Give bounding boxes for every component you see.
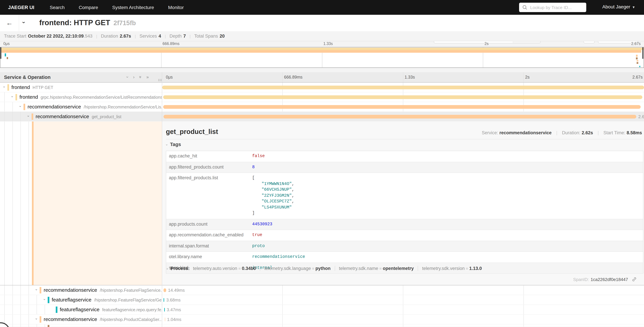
span-row[interactable]: › frontendHTTP GET xyxy=(0,82,644,92)
timeline-gridline xyxy=(524,72,524,82)
duration-value: 2.67s xyxy=(120,34,131,38)
collapse-one-chevron-down-icon[interactable]: › xyxy=(127,74,128,80)
link-icon[interactable] xyxy=(632,277,636,282)
chevron-down-icon[interactable]: › xyxy=(34,317,39,321)
span-timeline[interactable] xyxy=(162,82,644,92)
span-bar[interactable] xyxy=(164,308,165,312)
tag-row[interactable]: internal.span.format proto xyxy=(166,241,643,252)
indent-guide xyxy=(20,122,21,285)
span-row[interactable]: › recommendationservice/hipstershop.Feat… xyxy=(0,285,644,295)
minimap-span-end-5 xyxy=(639,66,640,67)
operation-name: /hipstershop.FeatureFlagService... xyxy=(100,288,162,293)
services-value: 4 xyxy=(159,34,161,38)
tags-section-toggle[interactable]: ›Tags xyxy=(166,142,181,147)
nav-item-compare[interactable]: Compare xyxy=(79,5,98,10)
service-name: featureflagservicefeatureflagservice.rep… xyxy=(60,306,162,312)
tag-value: proto xyxy=(252,241,643,252)
timeline-header: Service & Operation › › » » ▮▮ 0μs 666.8… xyxy=(0,72,644,82)
chevron-down-icon[interactable]: › xyxy=(10,95,15,99)
nav-item-system-architecture[interactable]: System Architecture xyxy=(112,5,154,10)
tag-row[interactable]: app.filtered_products.count 8 xyxy=(166,162,643,173)
span-id-value: 1ca2262df0e18447 xyxy=(590,277,628,282)
trace-minimap[interactable] xyxy=(0,47,644,68)
span-bar[interactable] xyxy=(163,95,642,99)
expand-one-chevron-right-icon[interactable]: › xyxy=(133,74,135,80)
indent-guide xyxy=(28,285,29,295)
indent-guide xyxy=(36,305,37,314)
timeline-tick: 2s xyxy=(525,75,530,80)
span-timeline[interactable]: 2.62s xyxy=(162,112,644,121)
trace-start-ms: .543 xyxy=(84,34,92,38)
span-timeline[interactable]: 1.04ms xyxy=(162,314,644,324)
nav-item-monitor[interactable]: Monitor xyxy=(168,5,184,10)
nav-item-search[interactable]: Search xyxy=(50,5,65,10)
span-name-column[interactable]: › frontendHTTP GET xyxy=(0,82,162,92)
chevron-down-icon[interactable]: › xyxy=(18,104,23,108)
indent-guide xyxy=(4,285,5,295)
column-resize-handle[interactable]: ▮▮ xyxy=(158,78,162,82)
span-name-column[interactable]: › featureflagservice/hipstershop.Feature… xyxy=(0,295,162,304)
span-timeline[interactable] xyxy=(162,92,644,102)
span-bar[interactable] xyxy=(163,115,636,118)
chevron-down-icon[interactable]: › xyxy=(26,114,31,118)
span-bar[interactable] xyxy=(165,318,165,321)
column-divider[interactable] xyxy=(162,72,162,327)
expand-all-double-chevron-right-icon[interactable]: » xyxy=(146,74,149,80)
tag-key: otel.library.name xyxy=(166,252,252,262)
span-duration-label: 1.04ms xyxy=(167,317,181,322)
operation-name: grpc.hipstershop.RecommendationService/L… xyxy=(41,95,162,100)
detail-divider xyxy=(166,139,641,139)
process-row[interactable]: ›Process:telemetry.auto.version = 0.34b0… xyxy=(166,266,486,271)
timeline-tick: 2.67s xyxy=(632,75,643,80)
indent-guide xyxy=(12,314,13,324)
collapse-trace-chevron-down-icon[interactable]: › xyxy=(23,19,25,26)
service-color-bar xyxy=(24,104,25,110)
chevron-down-icon[interactable]: › xyxy=(34,288,39,292)
tag-row[interactable]: app.products.count 44530923 xyxy=(166,219,643,230)
span-name-column[interactable]: › frontendgrpc.hipstershop.Recommendatio… xyxy=(0,92,162,102)
span-name-column[interactable]: › recommendationservice/hipstershop.Reco… xyxy=(0,102,162,112)
tag-value: recommendationservice xyxy=(252,252,643,262)
about-jaeger-menu[interactable]: About Jaeger▼ xyxy=(602,4,635,10)
span-bar[interactable] xyxy=(163,105,641,109)
back-button[interactable]: ← xyxy=(0,15,19,31)
span-bar[interactable] xyxy=(162,86,644,89)
span-name-column[interactable]: › recommendationservice/hipstershop.Feat… xyxy=(0,285,162,295)
span-name-column[interactable]: › recommendationservice/hipstershop.Prod… xyxy=(0,314,162,324)
span-row[interactable]: › recommendationserviceget_product_list … xyxy=(0,112,644,122)
span-timeline[interactable]: 14.49ms xyxy=(162,285,644,295)
span-bar[interactable] xyxy=(163,288,166,292)
span-row[interactable]: › recommendationservice/hipstershop.Reco… xyxy=(0,102,644,112)
span-timeline[interactable]: 3.47ms xyxy=(162,305,644,314)
chevron-down-icon[interactable]: › xyxy=(42,298,47,302)
timeline-gridline xyxy=(403,72,403,82)
span-bar[interactable] xyxy=(164,298,164,302)
tag-row[interactable]: otel.library.name recommendationservice xyxy=(166,252,643,263)
span-name-column[interactable]: › recommendationserviceget_product_list xyxy=(0,112,162,121)
collapse-all-double-chevron-down-icon[interactable]: » xyxy=(139,74,142,80)
span-row-partial[interactable] xyxy=(0,324,644,327)
span-row[interactable]: featureflagservicefeatureflagservice.rep… xyxy=(0,305,644,314)
tag-key: app.filtered_products.list xyxy=(166,173,252,219)
minimap-right-scrubber[interactable] xyxy=(642,47,643,59)
span-detail-indent xyxy=(0,122,162,285)
chevron-down-icon[interactable]: › xyxy=(2,85,7,89)
trace-id-search-input[interactable] xyxy=(530,4,581,10)
minimap-span-productcatalog xyxy=(7,57,8,59)
span-timeline[interactable]: 3.68ms xyxy=(162,295,644,304)
span-name-column[interactable] xyxy=(0,324,162,327)
tag-row[interactable]: app.filtered_products.list ["1YMWWN1N4O"… xyxy=(166,173,643,219)
span-name-column[interactable]: featureflagservicefeatureflagservice.rep… xyxy=(0,305,162,314)
span-row[interactable]: › recommendationservice/hipstershop.Prod… xyxy=(0,314,644,324)
span-row[interactable]: › featureflagservice/hipstershop.Feature… xyxy=(0,295,644,305)
tag-row[interactable]: app.recommendation.cache_enabled true xyxy=(166,230,643,241)
tag-row[interactable]: app.cache_hit false xyxy=(166,151,643,162)
trace-id-search-box[interactable] xyxy=(519,3,586,12)
trace-id: 2f715fb xyxy=(114,20,136,26)
span-timeline[interactable] xyxy=(162,102,644,112)
service-name: frontendHTTP GET xyxy=(12,84,53,90)
minimap-left-scrubber[interactable] xyxy=(0,47,1,59)
span-row[interactable]: › frontendgrpc.hipstershop.Recommendatio… xyxy=(0,92,644,102)
trace-start-value: October 22 2022, 22:10:09 xyxy=(28,34,84,38)
app-logo[interactable]: JAEGER UI xyxy=(8,5,34,10)
